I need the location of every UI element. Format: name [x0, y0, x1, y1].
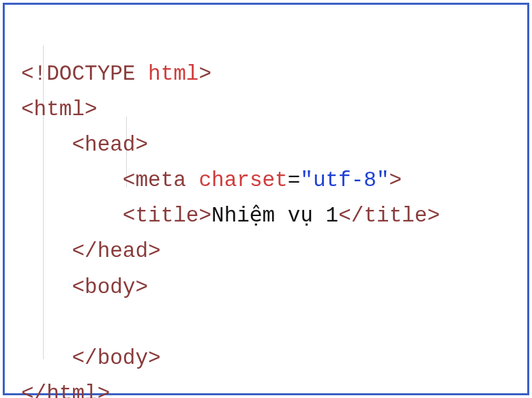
tag-close: > [148, 346, 161, 370]
code-frame: <!DOCTYPE html> <html> <head> <meta char… [3, 3, 529, 395]
doctype-open: <! [21, 62, 46, 86]
tag-open: </ [72, 239, 97, 263]
attr-value: "utf-8" [300, 168, 389, 192]
code-line-10: </html> [21, 382, 110, 398]
tag-name: title [364, 204, 427, 228]
doctype-close: > [198, 62, 211, 86]
tag-name: meta [135, 168, 186, 192]
indent [21, 204, 123, 228]
tag-close: > [135, 133, 148, 157]
indent [21, 311, 123, 335]
code-block: <!DOCTYPE html> <html> <head> <meta char… [21, 21, 515, 398]
tag-name: body [98, 346, 148, 370]
code-line-2: <html> [21, 97, 98, 121]
code-line-9: </body> [21, 346, 161, 370]
code-line-3: <head> [21, 133, 148, 157]
doctype-html: html [148, 62, 198, 86]
tag-close: > [85, 97, 98, 121]
code-line-5: <title>Nhiệm vụ 1</title> [21, 204, 440, 228]
tag-close: > [427, 204, 440, 228]
indent [21, 275, 72, 299]
indent [21, 133, 72, 157]
tag-open: < [72, 133, 85, 157]
code-line-1: <!DOCTYPE html> [21, 62, 211, 86]
tag-close: > [98, 382, 110, 398]
tag-name: head [98, 239, 148, 263]
tag-name: body [85, 275, 135, 299]
tag-close: > [135, 275, 148, 299]
tag-name: title [135, 204, 198, 228]
space [186, 168, 199, 192]
tag-open: < [123, 168, 136, 192]
tag-open: </ [72, 346, 97, 370]
tag-close: > [148, 239, 161, 263]
tag-open: </ [21, 382, 46, 398]
tag-open: < [123, 204, 136, 228]
indent [21, 168, 123, 192]
tag-name: html [34, 97, 85, 121]
tag-close: > [389, 168, 402, 192]
tag-name: html [46, 382, 97, 398]
space [135, 62, 148, 86]
equals: = [288, 168, 301, 192]
tag-open: < [21, 97, 34, 121]
indent [21, 346, 72, 370]
attr-name: charset [198, 168, 287, 192]
code-line-8 [21, 311, 123, 335]
code-line-4: <meta charset="utf-8"> [21, 168, 402, 192]
title-text: Nhiệm vụ 1 [211, 204, 338, 228]
code-line-7: <body> [21, 275, 148, 299]
code-line-6: </head> [21, 239, 161, 263]
tag-close: > [198, 204, 211, 228]
doctype-keyword: DOCTYPE [46, 62, 135, 86]
tag-open: < [72, 275, 85, 299]
tag-name: head [85, 133, 135, 157]
indent [21, 239, 72, 263]
tag-open: </ [338, 204, 364, 228]
